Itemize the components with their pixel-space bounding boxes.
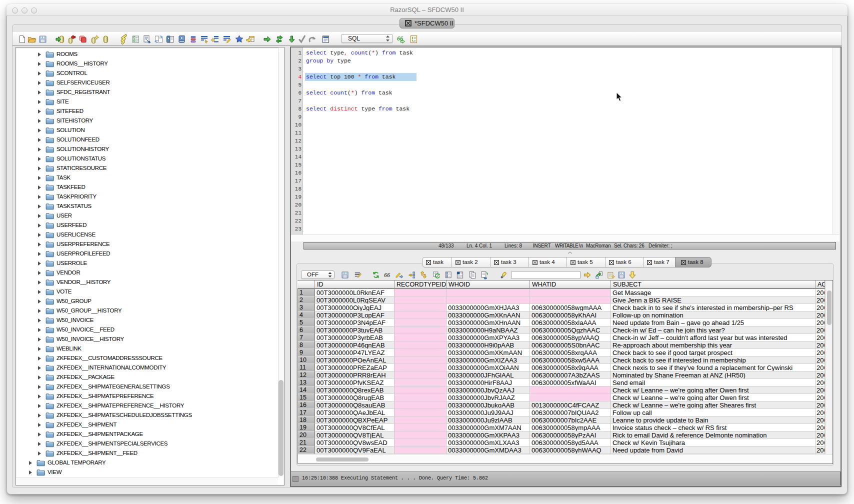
svg-text:66: 66 [384,272,390,278]
